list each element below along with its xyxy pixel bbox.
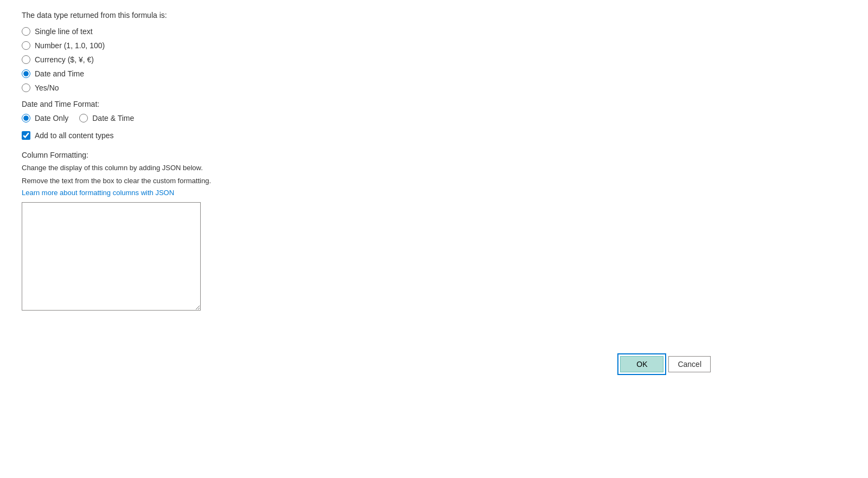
radio-yes-no[interactable]: [22, 83, 30, 92]
ok-button[interactable]: OK: [620, 356, 663, 372]
radio-item-date-and-time[interactable]: Date & Time: [79, 114, 134, 122]
radio-label-date-time[interactable]: Date and Time: [35, 69, 84, 78]
main-content: The data type returned from this formula…: [0, 0, 271, 321]
radio-single-line[interactable]: [22, 27, 30, 36]
date-format-label: Date and Time Format:: [22, 100, 250, 108]
ok-button-wrapper: OK: [617, 353, 666, 375]
radio-label-date-and-time[interactable]: Date & Time: [92, 114, 134, 122]
radio-item-currency[interactable]: Currency ($, ¥, €): [22, 55, 250, 64]
radio-currency[interactable]: [22, 55, 30, 64]
add-to-all-label[interactable]: Add to all content types: [35, 131, 114, 140]
radio-item-number[interactable]: Number (1, 1.0, 100): [22, 41, 250, 50]
radio-label-date-only[interactable]: Date Only: [35, 114, 68, 122]
data-type-radio-group: Single line of text Number (1, 1.0, 100)…: [22, 27, 250, 92]
intro-text: The data type returned from this formula…: [22, 11, 250, 20]
radio-item-date-time[interactable]: Date and Time: [22, 69, 250, 78]
column-formatting-desc2: Remove the text from the box to clear th…: [22, 176, 250, 186]
buttons-area: OK Cancel: [617, 353, 711, 375]
radio-date-time[interactable]: [22, 69, 30, 78]
radio-label-number[interactable]: Number (1, 1.0, 100): [35, 41, 105, 50]
date-format-group: Date Only Date & Time: [22, 114, 250, 122]
radio-label-currency[interactable]: Currency ($, ¥, €): [35, 55, 94, 64]
radio-number[interactable]: [22, 41, 30, 50]
cancel-button[interactable]: Cancel: [668, 356, 711, 372]
json-textarea[interactable]: [22, 202, 201, 311]
add-to-all-checkbox[interactable]: [22, 131, 30, 140]
learn-more-link[interactable]: Learn more about formatting columns with…: [22, 189, 174, 197]
column-formatting-desc1: Change the display of this column by add…: [22, 163, 250, 173]
radio-date-and-time[interactable]: [79, 114, 88, 122]
column-formatting-title: Column Formatting:: [22, 151, 250, 159]
add-to-all-content-types-item[interactable]: Add to all content types: [22, 131, 250, 140]
radio-label-yes-no[interactable]: Yes/No: [35, 83, 59, 92]
radio-item-single-line[interactable]: Single line of text: [22, 27, 250, 36]
radio-label-single-line[interactable]: Single line of text: [35, 27, 93, 36]
radio-date-only[interactable]: [22, 114, 30, 122]
radio-item-yes-no[interactable]: Yes/No: [22, 83, 250, 92]
column-formatting-section: Column Formatting: Change the display of…: [22, 151, 250, 311]
radio-item-date-only[interactable]: Date Only: [22, 114, 68, 122]
